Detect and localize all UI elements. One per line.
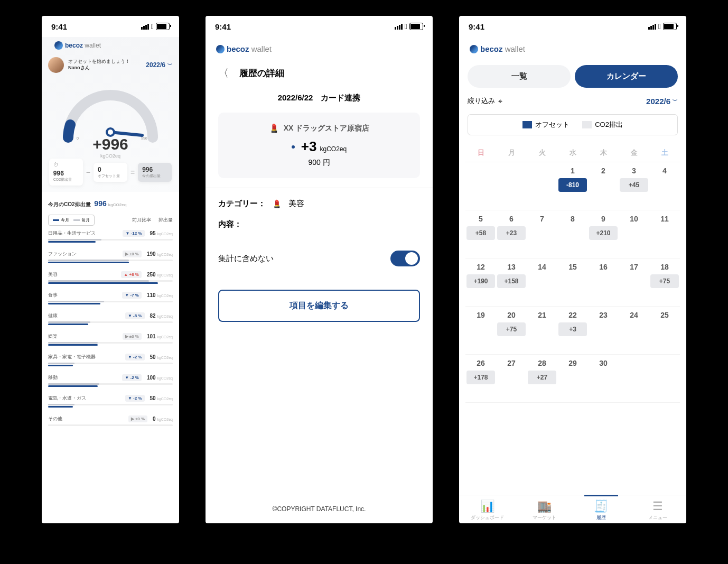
exclude-toggle-row: 集計に含めない [206, 240, 433, 277]
calendar-day[interactable]: 11 [649, 210, 680, 258]
avatar[interactable] [48, 57, 64, 73]
dashboard-screen: 9:41 􀙇 becoz wallet オフセットを始めましょう！ Nanoさん… [42, 16, 179, 523]
logo-icon [54, 41, 63, 50]
nav-menu[interactable]: ☰メニュー [630, 500, 687, 521]
calendar-day[interactable] [649, 355, 680, 402]
chevron-down-icon: ﹀ [167, 61, 173, 69]
bar-chart-icon: 📊 [459, 500, 516, 513]
nav-history[interactable]: 🧾履歴 [573, 500, 630, 521]
category-row[interactable]: 娯楽▶ ±0 %101 kgCO2eq [48, 333, 173, 346]
calendar-day[interactable] [465, 162, 496, 210]
category-row[interactable]: 健康▼ -5 %82 kgCO2eq [48, 312, 173, 326]
category-row[interactable]: 電気・水道・ガス▼ -2 %50 kgCO2eq [48, 395, 173, 408]
edit-button[interactable]: 項目を編集する [218, 290, 420, 322]
calendar-day[interactable]: 3+45 [619, 162, 649, 210]
receipt-icon: 🧾 [573, 500, 630, 513]
calendar-day[interactable]: 29 [557, 355, 588, 402]
calendar-day[interactable]: 23 [588, 307, 619, 354]
calendar-day[interactable] [619, 355, 649, 402]
page-title: 履歴の詳細 [239, 67, 284, 79]
content-field[interactable]: 内容： [206, 219, 433, 240]
calendar-day[interactable] [527, 162, 557, 210]
emissions-gauge: 0 996 +996 kgCO2eq [58, 79, 163, 153]
category-row[interactable]: 食事▼ -7 %110 kgCO2eq [48, 292, 173, 305]
history-detail-screen: 9:41􀙇 becoz wallet 〈 履歴の詳細 2022/6/22 カード… [206, 16, 433, 523]
calendar-day[interactable]: 9+210 [588, 210, 619, 258]
calendar-day[interactable]: 17 [619, 258, 649, 306]
calendar-legend: オフセット CO2排出 [468, 114, 678, 135]
app-logo: becoz wallet [48, 37, 173, 54]
calendar-day[interactable]: 1-810 [557, 162, 588, 210]
calendar-day[interactable]: 30 [588, 355, 619, 402]
calculation-row: ⏱996CO2排出量 − 0オフセット量 = 996今の排出量 [48, 159, 173, 186]
calendar-day[interactable]: 26+178 [465, 355, 496, 402]
status-time: 9:41 [51, 22, 67, 31]
clock-icon: ⏱ [53, 162, 79, 168]
section-title: 今月のCO2排出量 996 kgCO2eq [48, 199, 173, 208]
calendar-day[interactable]: 5+58 [465, 210, 496, 258]
calendar-day[interactable]: 14 [527, 258, 557, 306]
calendar-day[interactable]: 12+190 [465, 258, 496, 306]
calendar-day[interactable]: 27 [496, 355, 527, 402]
menu-icon: ☰ [630, 500, 687, 513]
detail-date: 2022/6/22 カード連携 [206, 93, 433, 103]
chevron-down-icon: ﹀ [673, 97, 678, 105]
day-headers: 日月火水木金土 [465, 144, 680, 162]
category-field[interactable]: カテゴリー：💄美容 [206, 188, 433, 219]
battery-icon [156, 23, 170, 30]
category-row[interactable]: 美容▲ +8 %250 kgCO2eq [48, 271, 173, 284]
calendar-screen: 9:41􀙇 becoz wallet 一覧 カレンダー 絞り込み⌖ 2022/6… [459, 16, 686, 523]
store-icon: 🏬 [516, 500, 573, 513]
month-selector[interactable]: 2022/6﹀ [646, 97, 678, 106]
back-button[interactable]: 〈 [218, 66, 229, 80]
category-row[interactable]: 移動▼ -2 %100 kgCO2eq [48, 374, 173, 387]
nav-market[interactable]: 🏬マーケット [516, 500, 573, 521]
user-name: Nanoさん [68, 65, 130, 71]
tab-calendar[interactable]: カレンダー [575, 65, 678, 88]
calendar-day[interactable]: 18+75 [649, 258, 680, 306]
calendar-day[interactable]: 10 [619, 210, 649, 258]
calendar-day[interactable]: 15 [557, 258, 588, 306]
bottom-nav: 📊ダッシュボード 🏬マーケット 🧾履歴 ☰メニュー [459, 495, 686, 523]
calendar-day[interactable]: 24 [619, 307, 649, 354]
calendar-day[interactable]: 6+23 [496, 210, 527, 258]
filter-icon: ⌖ [498, 97, 502, 106]
lipstick-icon: 💄 [272, 199, 282, 209]
transaction-card: 💄XX ドラッグストア原宿店 +3kgCO2eq 900 円 [218, 113, 420, 178]
calendar-day[interactable]: 22+3 [557, 307, 588, 354]
category-row[interactable]: ファッション▶ ±0 %190 kgCO2eq [48, 251, 173, 264]
calendar-day[interactable]: 2 [588, 162, 619, 210]
month-selector[interactable]: 2022/6﹀ [146, 61, 173, 69]
svg-text:996: 996 [141, 136, 147, 140]
chart-legend: 今月 前月 [48, 215, 95, 226]
category-row[interactable]: 日用品・生活サービス▼ -12 %95 kgCO2eq [48, 230, 173, 243]
calendar-day[interactable]: 25 [649, 307, 680, 354]
greeting-text: オフセットを始めましょう！ [68, 59, 130, 65]
calendar-day[interactable]: 19 [465, 307, 496, 354]
status-bar: 9:41 􀙇 [42, 16, 179, 37]
copyright: ©COPYRIGHT DATAFLUCT, Inc. [206, 495, 433, 523]
calendar-day[interactable]: 8 [557, 210, 588, 258]
wifi-icon: 􀙇 [151, 22, 154, 31]
calendar-day[interactable]: 4 [649, 162, 680, 210]
calendar-day[interactable]: 21 [527, 307, 557, 354]
filter-button[interactable]: 絞り込み⌖ [468, 96, 502, 106]
calendar-day[interactable]: 28+27 [527, 355, 557, 402]
lipstick-icon: 💄 [269, 123, 279, 133]
calendar-day[interactable]: 16 [588, 258, 619, 306]
exclude-toggle[interactable] [390, 251, 420, 266]
calendar-day[interactable]: 20+75 [496, 307, 527, 354]
tab-list[interactable]: 一覧 [468, 65, 571, 88]
calendar-day[interactable] [496, 162, 527, 210]
signal-icon [141, 24, 149, 30]
category-row[interactable]: その他▶ ±0 %0 kgCO2eq [48, 415, 173, 429]
category-row[interactable]: 家具・家電・電子機器▼ -2 %50 kgCO2eq [48, 354, 173, 367]
nav-dashboard[interactable]: 📊ダッシュボード [459, 500, 516, 521]
svg-text:0: 0 [77, 136, 79, 140]
gauge-unit: kgCO2eq [58, 153, 163, 159]
svg-point-1 [107, 128, 114, 136]
calendar-day[interactable]: 13+158 [496, 258, 527, 306]
calendar-day[interactable]: 7 [527, 210, 557, 258]
